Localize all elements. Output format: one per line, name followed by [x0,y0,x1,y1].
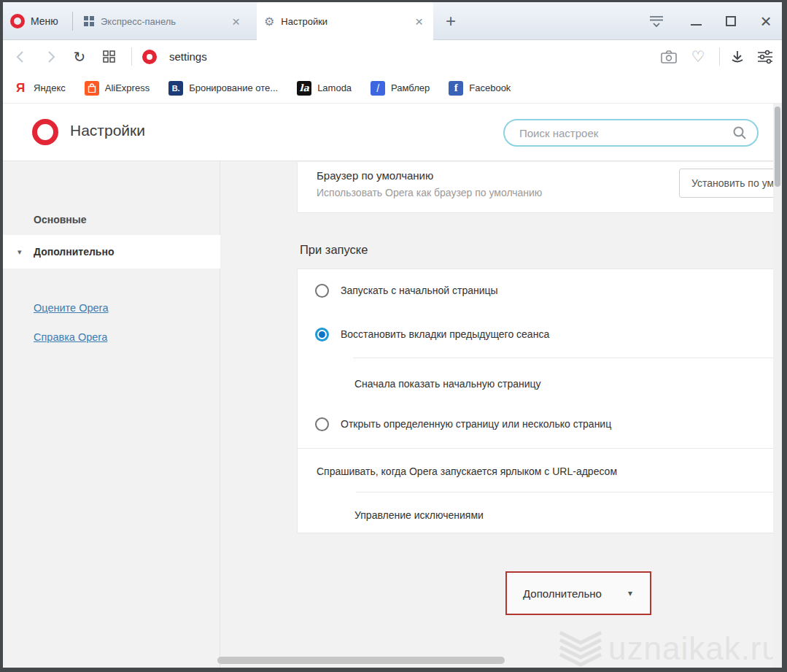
default-browser-card: Браузер по умолчанию Использовать Opera … [297,162,782,213]
bookmark-page-button[interactable]: ♡ [686,40,710,73]
site-badge[interactable] [137,40,162,73]
watermark: uznaikak.ru [557,628,780,668]
settings-search[interactable] [503,119,759,147]
snapshot-button[interactable] [656,40,681,73]
sliders-icon [757,50,773,64]
reload-icon: ↻ [74,50,86,64]
bookmark-label: AliExpress [105,82,150,93]
sidebar-item-basic[interactable]: Основные [3,214,220,225]
bookmark-rambler[interactable]: / Рамблер [371,81,430,96]
bookmark-label: Бронирование оте... [189,82,278,93]
close-window-button[interactable]: × [751,2,780,40]
search-icon [732,125,747,140]
facebook-icon: f [449,81,463,96]
opera-menu-button[interactable]: Меню [10,2,58,40]
bookmark-facebook[interactable]: f Facebook [449,81,511,96]
startup-option-start-page[interactable]: Запускать с начальной страницы [298,278,781,303]
lamoda-icon: la [297,81,311,96]
opera-logo-icon [32,119,58,145]
section-dropdown-advanced[interactable]: Дополнительно ▾ [505,571,651,615]
radio-label: Запускать с начальной страницы [341,285,498,296]
ask-label: Спрашивать, когда Opera запускается ярлы… [317,466,617,477]
opera-browser-window: Меню Экспресс-панель × ⚙ Настройки × + [0,0,787,672]
close-tab-icon[interactable]: × [229,15,243,28]
tab-menu-button[interactable] [642,2,671,40]
tab-menu-icon [648,14,664,28]
camera-icon [661,50,677,63]
tab-separator [72,12,73,31]
search-input[interactable] [519,127,732,139]
tab-label: Экспресс-панель [101,16,229,27]
horizontal-scrollbar-thumb[interactable] [217,657,505,664]
navigation-toolbar: ↻ settings ♡ [3,40,782,73]
bookmark-booking[interactable]: B. Бронирование оте... [168,81,278,96]
startup-option-restore-tabs[interactable]: Восстановить вкладки предыдущего сеанса [298,322,781,347]
booking-icon: B. [168,81,183,96]
radio-unchecked[interactable] [315,284,329,298]
startup-section-heading: При запуске [300,243,368,257]
vertical-scrollbar-thumb[interactable] [775,107,780,187]
opera-help-link[interactable]: Справка Opera [34,331,107,343]
tab-label: Настройки [281,16,412,27]
back-icon [13,49,29,65]
ask-on-shortcut-row[interactable]: Спрашивать, когда Opera запускается ярлы… [317,459,617,484]
set-default-browser-button[interactable]: Установить по умолчанию [679,169,782,198]
downloads-button[interactable] [725,40,750,73]
address-bar[interactable]: settings [169,40,207,73]
bookmark-label: Рамблер [391,82,430,93]
grid-icon [103,50,115,63]
toolbar-separator [131,47,132,66]
divider [356,492,781,493]
bookmark-yandex[interactable]: Я Яндекс [13,81,66,96]
card-subtitle: Использовать Opera как браузер по умолча… [317,187,542,198]
watermark-logo-icon [557,628,604,668]
settings-content: Основные ▾ Дополнительно Оцените Opera С… [3,161,782,668]
toolbar-separator [719,47,720,66]
vertical-scrollbar[interactable] [773,104,782,668]
startup-suboption-show-start-page[interactable]: Сначала показать начальную страницу [354,371,541,396]
dropdown-value: Дополнительно [523,587,602,600]
menu-label: Меню [31,15,58,27]
tab-settings[interactable]: ⚙ Настройки × [257,2,433,41]
aliexpress-icon [85,81,99,96]
radio-label: Открыть определенную страницу или нескол… [341,418,611,430]
startup-option-open-specific-page[interactable]: Открыть определенную страницу или нескол… [298,412,781,436]
bookmark-aliexpress[interactable]: AliExpress [85,81,150,96]
bookmark-label: Facebook [469,82,511,93]
sidebar-item-advanced[interactable]: ▾ Дополнительно [3,235,220,269]
sidebar-item-label: Дополнительно [34,246,114,258]
opera-favicon [142,50,157,64]
close-tab-icon[interactable]: × [412,15,426,28]
forward-button[interactable] [38,40,63,73]
divider [298,448,781,449]
sidebar: Основные ▾ Дополнительно Оцените Opera С… [3,161,220,668]
settings-header: Настройки [3,104,782,161]
startup-card: Запускать с начальной страницы Восстанов… [297,269,782,533]
gear-icon: ⚙ [264,16,274,28]
easy-setup-button[interactable] [753,40,778,73]
bookmarks-bar: Я Яндекс AliExpress B. Бронирование оте.… [3,73,782,104]
radio-unchecked[interactable] [315,417,329,431]
tab-speed-dial[interactable]: Экспресс-панель × [77,2,250,40]
download-icon [730,50,745,64]
close-window-icon: × [760,12,771,31]
speed-dial-button[interactable] [96,40,121,73]
minimize-icon [691,24,702,26]
heart-icon: ♡ [691,49,705,64]
rate-opera-link[interactable]: Оцените Opera [34,302,108,314]
bookmark-lamoda[interactable]: la Lamoda [297,81,352,96]
yandex-icon: Я [13,81,28,96]
bookmark-label: Lamoda [317,82,352,93]
divider [353,358,781,358]
bookmark-label: Яндекс [34,82,66,93]
minimize-button[interactable] [681,2,710,40]
new-tab-button[interactable]: + [439,9,462,33]
radio-checked[interactable] [315,328,329,341]
manage-exceptions-label: Управление исключениями [354,509,484,521]
reload-button[interactable]: ↻ [67,40,92,73]
tab-bar: Меню Экспресс-панель × ⚙ Настройки × + [3,2,782,40]
maximize-button[interactable] [716,2,745,40]
card-title: Браузер по умолчанию [317,169,433,182]
manage-exceptions-row[interactable]: Управление исключениями [354,503,484,528]
back-button[interactable] [9,40,34,73]
